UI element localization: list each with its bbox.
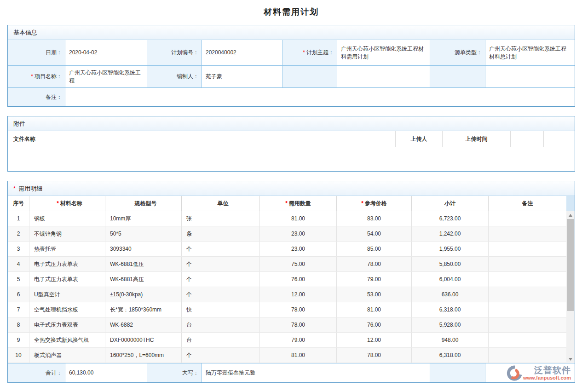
price: 78.00	[336, 348, 411, 363]
attachments-section-title: 附件	[13, 120, 25, 127]
scrollbar-track[interactable]	[566, 219, 575, 355]
empty-value-cell	[485, 66, 575, 87]
attachments-section-header: 附件	[8, 116, 575, 131]
price: 12.00	[336, 333, 411, 347]
required-asterisk: *	[57, 200, 59, 207]
spec: WK-6881高压	[105, 272, 181, 287]
scrollbar-thumb[interactable]	[567, 219, 574, 311]
row-remark	[488, 272, 566, 287]
row-remark	[488, 242, 566, 256]
row-no: 1	[8, 211, 29, 226]
table-row: 1 钢板 10mm厚 张 81.00 83.00 6,723.00	[8, 211, 566, 226]
subtotal: 5,850.00	[411, 257, 488, 271]
empty-label-cell	[282, 66, 337, 87]
price: 79.00	[336, 272, 411, 287]
detail-panel: * 需用明细 序号 * 材料名称 规格型号 单位 * 需用数量 * 参考价格 小…	[7, 181, 575, 383]
scroll-down-button[interactable]	[566, 355, 575, 363]
row-no: 5	[8, 272, 29, 287]
chevron-down-icon	[569, 358, 572, 361]
row-remark	[488, 302, 566, 317]
material-name: 空气处理机挡水板	[29, 302, 105, 317]
spec: ±15(0-30kpa)	[105, 287, 181, 302]
subtotal: 1,955.00	[411, 242, 488, 256]
row-no: 6	[8, 287, 29, 302]
subtotal: 636.00	[411, 287, 488, 302]
material-name: 板式消声器	[29, 348, 105, 363]
empty-label-cell	[430, 66, 485, 87]
basic-info-section-header: 基本信息	[8, 25, 575, 40]
unit: 台	[181, 317, 259, 332]
remark-label: 备注：	[8, 88, 65, 106]
amount-in-words-label: 大写：	[147, 363, 202, 382]
subtotal: 6,004.00	[411, 272, 488, 287]
attachments-panel: 附件 文件名称 上传人 上传时间	[7, 116, 575, 172]
scrollbar-header-strip	[566, 196, 575, 211]
vertical-scrollbar[interactable]	[566, 211, 575, 363]
spec: 长*宽：1850*360mm	[105, 302, 181, 317]
scroll-up-button[interactable]	[566, 211, 575, 219]
required-asterisk: *	[31, 73, 33, 81]
spec: 50*5	[105, 226, 181, 241]
price: 83.00	[336, 211, 411, 226]
compiler-field: 苑子豪	[202, 66, 282, 87]
no-column-header: 序号	[8, 196, 29, 211]
row-no: 7	[8, 302, 29, 317]
spec: DXF0000000THC	[105, 333, 181, 347]
total-value: 60,130.00	[65, 363, 147, 382]
price-column-header: * 参考价格	[336, 196, 411, 211]
price: 81.00	[336, 302, 411, 317]
unit: 条	[181, 226, 259, 241]
table-row: 6 U型真空计 ±15(0-30kpa) 个 12.00 53.00 636.0…	[8, 287, 566, 302]
required-asterisk: *	[361, 200, 363, 207]
basic-info-section-title: 基本信息	[13, 29, 37, 36]
material-name: 钢板	[29, 211, 105, 226]
table-row: 8 电子式压力表双表 WK-6882 台 78.00 76.00 5,928.0…	[8, 317, 566, 333]
subtotal: 5,928.00	[411, 317, 488, 332]
uploader-column-header: 上传人	[395, 131, 442, 147]
plan-number-field: 2020040002	[202, 40, 282, 65]
source-type-field: 广州天心苑小区智能化系统工程材料总计划	[485, 40, 575, 65]
quantity: 23.00	[259, 226, 336, 241]
price: 76.00	[336, 317, 411, 332]
detail-table-footer: 合计： 60,130.00 大写： 陆万零壹佰叁拾元整 泛普软件 www.fan…	[8, 363, 575, 382]
detail-section-header: * 需用明细	[8, 181, 575, 196]
date-label: 日期：	[8, 40, 65, 65]
row-no: 10	[8, 348, 29, 363]
row-remark	[488, 257, 566, 271]
row-remark	[488, 226, 566, 241]
row-remark	[488, 287, 566, 302]
empty-column-header	[543, 131, 575, 147]
row-no: 4	[8, 257, 29, 271]
remark-column-header: 备注	[488, 196, 566, 211]
table-row: 3 热表托管 3093340 个 23.00 85.00 1,955.00	[8, 242, 566, 257]
total-label: 合计：	[8, 363, 65, 382]
vendor-watermark: 泛普软件 www.fanpusoft.com	[506, 365, 571, 381]
unit: 个	[181, 287, 259, 302]
material-name: 不镀锌角钢	[29, 226, 105, 241]
quantity: 23.00	[259, 242, 336, 256]
quantity: 76.00	[259, 272, 336, 287]
table-row: 4 电子式压力表单表 WK-6881低压 个 75.00 78.00 5,850…	[8, 257, 566, 272]
unit: 快	[181, 302, 259, 317]
table-row: 9 全热交换式新风换气机 DXF0000000THC 台 79.00 12.00…	[8, 333, 566, 348]
row-remark	[488, 348, 566, 363]
material-name: 电子式压力表双表	[29, 317, 105, 332]
project-name-label: * 项目名称：	[8, 66, 65, 87]
amount-in-words-value: 陆万零壹佰叁拾元整	[202, 363, 430, 382]
unit-column-header: 单位	[181, 196, 259, 211]
plan-subject-field: 广州天心苑小区智能化系统工程材料需用计划	[337, 40, 430, 65]
row-no: 3	[8, 242, 29, 256]
unit: 个	[181, 348, 259, 363]
page-title: 材料需用计划	[7, 6, 575, 17]
date-field: 2020-04-02	[65, 40, 147, 65]
material-requirement-plan-page: 材料需用计划 基本信息 日期： 2020-04-02 计划编号： 2020040…	[0, 0, 582, 383]
logo-cell: 泛普软件 www.fanpusoft.com	[485, 363, 575, 382]
row-remark	[488, 317, 566, 332]
subtotal: 6,318.00	[411, 348, 488, 363]
vendor-website: www.fanpusoft.com	[523, 375, 571, 380]
upload-time-column-header: 上传时间	[442, 131, 510, 147]
row-remark	[488, 211, 566, 226]
quantity-column-header: * 需用数量	[259, 196, 336, 211]
detail-rows: 1 钢板 10mm厚 张 81.00 83.00 6,723.00 2 不镀锌角…	[8, 211, 566, 363]
row-no: 9	[8, 333, 29, 347]
